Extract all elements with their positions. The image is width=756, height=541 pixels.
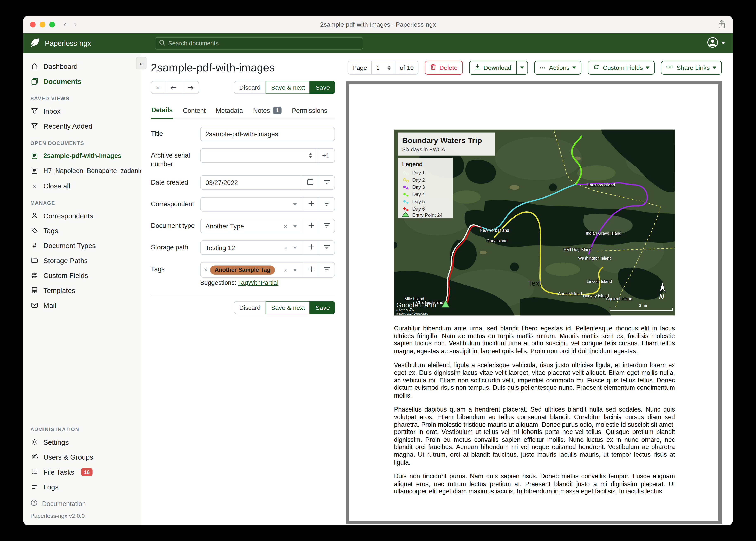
minimize-window-button[interactable]	[40, 21, 45, 27]
page-number-field[interactable]	[371, 61, 395, 74]
sidebar-item-logs[interactable]: Logs	[23, 479, 141, 494]
sidebar-item-recently-added[interactable]: Recently Added	[23, 119, 141, 133]
svg-text:Day 4: Day 4	[412, 192, 425, 197]
save-next-button-bottom[interactable]: Save & next	[266, 301, 310, 314]
add-tag-button[interactable]	[303, 263, 319, 277]
titlebar: ‹ › 2sample-pdf-with-images - Paperless-…	[23, 16, 733, 33]
date-picker-button[interactable]	[301, 176, 319, 189]
forward-icon[interactable]: ›	[74, 16, 77, 33]
tab-content[interactable]: Content	[182, 103, 206, 119]
sidebar-item-file-tasks[interactable]: File Tasks 16	[23, 464, 141, 479]
envelope-icon	[30, 301, 39, 309]
download-button[interactable]: Download	[470, 61, 516, 74]
save-button[interactable]: Save	[310, 81, 335, 94]
sidebar-item-inbox[interactable]: Inbox	[23, 104, 141, 118]
sidebar-item-mail[interactable]: Mail	[23, 298, 141, 312]
clear-icon[interactable]: ×	[284, 223, 287, 230]
back-icon[interactable]: ‹	[64, 16, 66, 33]
tags-select[interactable]: × Another Sample Tag ×	[201, 263, 303, 277]
date-created-label: Date created	[151, 176, 200, 190]
search-box[interactable]	[155, 37, 363, 50]
add-document-type-button[interactable]	[303, 219, 319, 233]
download-more-button[interactable]	[516, 61, 527, 74]
save-next-button[interactable]: Save & next	[266, 81, 310, 94]
user-menu[interactable]	[707, 36, 725, 50]
date-filter-button[interactable]	[319, 176, 335, 189]
correspondent-select[interactable]	[201, 198, 303, 211]
share-icon[interactable]	[717, 20, 726, 31]
sidebar-item-templates[interactable]: Templates	[23, 283, 141, 298]
document-toolbar: Page of 10 Delete	[348, 61, 722, 75]
clear-icon[interactable]: ×	[284, 266, 287, 273]
sidebar-item-users-groups[interactable]: Users & Groups	[23, 449, 141, 464]
documents-icon	[30, 77, 39, 85]
discard-button[interactable]: Discard	[234, 81, 266, 94]
date-created-input[interactable]	[205, 179, 296, 186]
actions-button[interactable]: ⋯ Actions	[534, 61, 581, 75]
suggestion-tag-link[interactable]: TagWithPartial	[238, 279, 278, 286]
filter-lines-icon	[324, 201, 330, 208]
asn-plus-one-button[interactable]: +1	[317, 149, 334, 162]
document-title-heading: 2sample-pdf-with-images	[151, 61, 275, 74]
chevron-down-icon	[293, 247, 297, 249]
close-window-button[interactable]	[30, 21, 36, 27]
storage-path-select[interactable]: Testing 12 ×	[201, 241, 303, 255]
tab-notes[interactable]: Notes1	[253, 103, 282, 119]
page-total: of 10	[395, 61, 418, 74]
save-button-bottom[interactable]: Save	[310, 301, 335, 314]
sidebar-open-doc-1[interactable]: 2sample-pdf-with-images	[23, 149, 141, 163]
document-type-select[interactable]: Another Type ×	[201, 219, 303, 233]
search-input[interactable]	[168, 40, 359, 47]
next-document-button[interactable]	[182, 81, 198, 93]
previous-document-button[interactable]	[165, 81, 182, 93]
share-links-button[interactable]: Share Links	[661, 61, 722, 75]
svg-text:N: N	[659, 293, 664, 300]
svg-text:Day 3: Day 3	[412, 185, 425, 190]
tab-details[interactable]: Details	[151, 103, 173, 119]
brand[interactable]: Paperless-ngx	[23, 37, 141, 49]
folder-icon	[30, 257, 39, 264]
zoom-window-button[interactable]	[49, 21, 55, 27]
asn-input[interactable]	[205, 152, 305, 159]
section-open-documents: OPEN DOCUMENTS	[23, 133, 141, 148]
sidebar-close-all[interactable]: × Close all	[23, 178, 141, 193]
add-correspondent-button[interactable]	[303, 198, 319, 211]
sidebar-item-tags[interactable]: Tags	[23, 223, 141, 238]
svg-text:Legend: Legend	[402, 161, 423, 168]
sidebar-item-documentation[interactable]: Documentation	[30, 499, 141, 508]
document-preview[interactable]: Hausons Island New York Island Gary Isla…	[346, 81, 722, 524]
sidebar-item-custom-fields[interactable]: Custom Fields	[23, 268, 141, 283]
tags-label: Tags	[151, 262, 200, 277]
correspondent-label: Correspondent	[151, 197, 200, 212]
map-label: Washington Island	[578, 256, 612, 261]
tag-chip[interactable]: Another Sample Tag	[210, 266, 275, 274]
correspondent-filter-button[interactable]	[319, 198, 335, 211]
sidebar-item-storage-paths[interactable]: Storage Paths	[23, 253, 141, 268]
asn-stepper[interactable]	[309, 153, 312, 158]
custom-fields-button[interactable]: Custom Fields	[588, 61, 655, 75]
chevron-down-icon	[721, 42, 725, 44]
storage-path-filter-button[interactable]	[319, 241, 335, 255]
collapse-sidebar-button[interactable]: «	[136, 57, 146, 70]
sidebar-item-dashboard[interactable]: Dashboard	[23, 59, 141, 74]
page-number-input[interactable]	[376, 64, 386, 71]
tab-metadata[interactable]: Metadata	[215, 103, 243, 119]
title-input[interactable]	[205, 130, 330, 138]
tab-permissions[interactable]: Permissions	[291, 103, 328, 119]
discard-button-bottom[interactable]: Discard	[234, 301, 266, 314]
question-circle-icon	[30, 499, 38, 508]
tags-filter-button[interactable]	[319, 263, 335, 277]
sidebar-open-doc-2[interactable]: H7_Napoleon_Bonaparte_zadanie	[23, 163, 141, 178]
clear-icon[interactable]: ×	[284, 244, 287, 251]
sidebar-item-correspondents[interactable]: Correspondents	[23, 208, 141, 223]
close-document-button[interactable]: ×	[151, 81, 165, 93]
sidebar-item-documents[interactable]: Documents	[23, 74, 141, 89]
add-storage-path-button[interactable]	[303, 241, 319, 255]
file-text-icon	[30, 167, 39, 175]
sidebar-item-document-types[interactable]: # Document Types	[23, 238, 141, 253]
page-stepper[interactable]	[388, 65, 391, 70]
sidebar-item-settings[interactable]: Settings	[23, 435, 141, 449]
delete-button[interactable]: Delete	[425, 61, 463, 75]
remove-tag-icon[interactable]: ×	[204, 267, 207, 273]
document-type-filter-button[interactable]	[319, 219, 335, 233]
